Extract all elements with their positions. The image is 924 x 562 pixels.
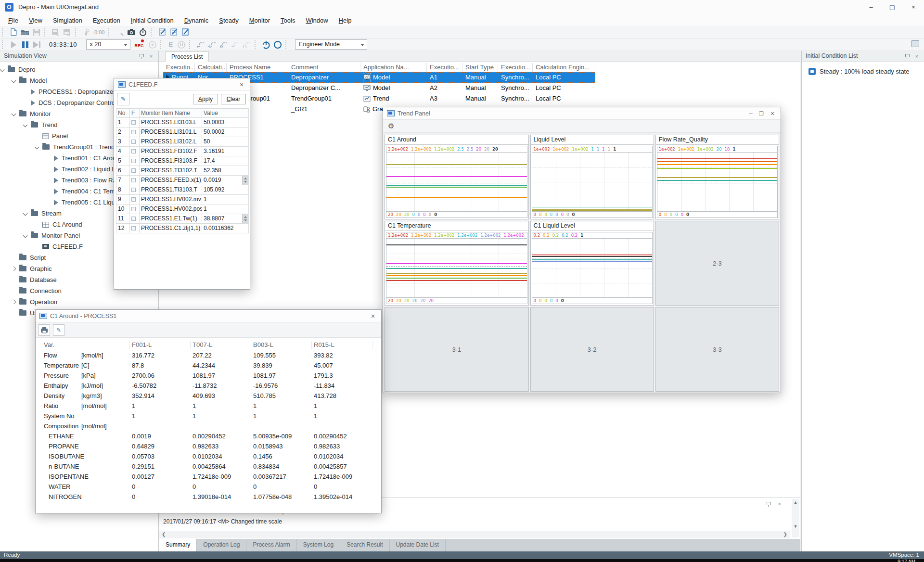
mode-select[interactable]: Engineer Mode (295, 39, 367, 50)
column-header[interactable]: B003-L (251, 341, 312, 349)
tab-update-date-list[interactable]: Update Date List (390, 539, 446, 551)
chevron-expanded-icon[interactable] (0, 68, 4, 72)
trend-chart-c1-temperature[interactable]: C1 Temperature1.2e+0021.2e+0021.2e+0021.… (385, 221, 529, 306)
menu-item-tools[interactable]: Tools (275, 15, 300, 26)
search-settings-icon[interactable] (115, 27, 125, 37)
pin-icon[interactable] (904, 53, 911, 60)
monitor-item-value[interactable]: 50.0002 (202, 128, 249, 137)
menu-item-window[interactable]: Window (300, 15, 333, 26)
gear-icon[interactable]: ⚙ (388, 122, 394, 130)
toolbar-grip[interactable] (75, 28, 78, 37)
stream-row[interactable]: PROPANE0.648290.9826330.01589430.982633 (36, 441, 378, 451)
initial-condition-item[interactable]: Steady : 100% load steady state (802, 65, 924, 77)
monitor-item-value[interactable]: 52.358 (202, 166, 249, 175)
maximize-button[interactable]: ▢ (882, 0, 903, 14)
monitor-item-row[interactable]: 7PROCESS1.FEED.x(1)0.0019 (116, 176, 249, 185)
close-icon[interactable]: × (778, 501, 781, 507)
stream-row[interactable]: Composition[mol/mol] (36, 421, 378, 431)
checkbox-icon[interactable] (131, 149, 136, 153)
apply-button[interactable]: Apply (193, 94, 218, 104)
new-file-icon[interactable] (8, 27, 19, 37)
column-header[interactable]: Executio... (163, 63, 195, 72)
stop-circle-icon[interactable] (272, 40, 283, 50)
save-icon[interactable] (31, 27, 42, 37)
column-header[interactable]: Monitor Item Name (140, 109, 202, 118)
close-button[interactable]: × (903, 0, 924, 14)
menu-item-file[interactable]: File (3, 15, 24, 26)
monitor-item-row[interactable]: 12PROCESS1.C1.zlj(1,1)0.00116362 (116, 224, 249, 233)
snapshot-camera-icon[interactable] (126, 27, 137, 37)
column-header[interactable]: Executio... (427, 63, 462, 72)
stream-row[interactable]: Ratio[mol/mol]1111 (36, 401, 378, 411)
monitor-item-value[interactable]: 38.8807 (202, 214, 249, 223)
tab-summary[interactable]: Summary (159, 539, 197, 551)
stream-row[interactable]: System No1111 (36, 411, 378, 421)
tab-search-result[interactable]: Search Result (340, 539, 389, 551)
toolbar-grip[interactable] (255, 40, 257, 49)
monitor-item-row[interactable]: 3PROCESS1.LI3102.L50 (116, 137, 249, 147)
chevron-expanded-icon[interactable] (12, 112, 16, 116)
scroll-down-icon[interactable]: ▼ (793, 524, 798, 529)
stream-row[interactable]: ETHANE0.00190.002904525.00935e-0090.0029… (36, 431, 378, 441)
tab-operation-log[interactable]: Operation Log (197, 539, 246, 551)
run-play-icon[interactable] (8, 40, 19, 50)
checkbox-icon[interactable] (131, 226, 136, 230)
column-header[interactable]: Calculati... (195, 63, 227, 72)
stream-row[interactable]: ISOBUTANE0.057030.01020340.14560.0102034 (36, 451, 378, 461)
monitor-item-value[interactable]: 50 (202, 137, 249, 146)
sidebar-item-operation[interactable]: Operation (0, 296, 158, 307)
monitor-item-row[interactable]: 6PROCESS1.TI3102.T52.358 (116, 166, 249, 176)
sidebar-item-depro[interactable]: Depro (0, 64, 158, 75)
stopwatch-icon[interactable] (138, 27, 148, 37)
trend-panel-titlebar[interactable]: Trend Panel ─ ❐ × (383, 107, 781, 120)
menu-item-initial-condition[interactable]: Initial Condition (126, 15, 179, 26)
column-header[interactable]: F (130, 109, 140, 118)
stream-row[interactable]: Density[kg/m3]352.914409.693510.785413.7… (36, 391, 378, 401)
close-icon[interactable]: × (767, 109, 778, 118)
chevron-collapsed-icon[interactable] (12, 300, 16, 304)
power-icon[interactable] (261, 40, 271, 50)
chevron-expanded-icon[interactable] (12, 79, 16, 83)
minimize-button[interactable]: – (860, 0, 882, 14)
chevron-expanded-icon[interactable] (24, 234, 27, 238)
condition-edit-icon-1[interactable] (157, 27, 167, 37)
spinner-icon[interactable] (242, 176, 248, 185)
step-response-icon-4[interactable] (230, 40, 241, 50)
column-header[interactable]: R015-L (312, 341, 372, 349)
scroll-up-icon[interactable]: ▲ (793, 500, 798, 505)
checkbox-icon[interactable] (131, 188, 136, 192)
trend-cell-empty[interactable]: 3-3 (655, 307, 779, 392)
condition-edit-icon-2[interactable] (168, 27, 179, 37)
checkbox-icon[interactable] (131, 207, 136, 211)
scroll-right-icon[interactable]: ❯ (783, 532, 787, 537)
trend-chart-liquid-level[interactable]: Liquid Level1e+0021e+0021e+0021111100000… (530, 135, 654, 219)
menu-item-simulation[interactable]: Simulation (48, 15, 88, 26)
speed-select[interactable]: x 20 (86, 39, 130, 50)
menu-item-execution[interactable]: Execution (88, 15, 126, 26)
toolbar-grip[interactable] (285, 40, 288, 49)
clear-button[interactable]: Clear (221, 94, 246, 104)
tab-process-alarm[interactable]: Process Alarm (246, 539, 296, 551)
checkbox-icon[interactable] (131, 140, 136, 144)
column-header[interactable]: No (116, 109, 130, 118)
menu-item-dynamic[interactable]: Dynamic (179, 15, 214, 26)
column-header[interactable]: F001-L (130, 341, 191, 349)
column-header[interactable]: Executio... (498, 63, 533, 72)
toolbar-grip[interactable] (151, 28, 154, 37)
stream-row[interactable]: Pressure[kPa]2700.061081.971081.971791.3 (36, 370, 378, 381)
pause-icon[interactable] (20, 40, 30, 50)
close-icon[interactable]: × (368, 311, 378, 321)
stream-row[interactable]: NITROGEN01.39018e-0141.07758e-0481.39502… (36, 492, 378, 502)
chevron-expanded-icon[interactable] (35, 145, 39, 149)
checkbox-icon[interactable] (131, 217, 136, 221)
hold-icon[interactable] (176, 40, 187, 50)
close-icon[interactable]: × (236, 80, 247, 89)
c1feed-titlebar[interactable]: C1FEED.F × (114, 78, 250, 91)
monitor-item-row[interactable]: 9PROCESS1.HV002.mv1 (116, 195, 249, 204)
stream-row[interactable]: ISOPENTANE0.001271.72418e-0090.003672171… (36, 472, 378, 482)
load-initial-condition-icon[interactable]: IC (51, 27, 61, 37)
stream-row[interactable]: Flow[kmol/h]316.772207.22109.555393.82 (36, 350, 378, 360)
step-response-icon-1[interactable] (195, 40, 206, 50)
column-header[interactable]: Process Name (227, 63, 288, 72)
tab-process-list[interactable]: Process List (165, 51, 209, 62)
